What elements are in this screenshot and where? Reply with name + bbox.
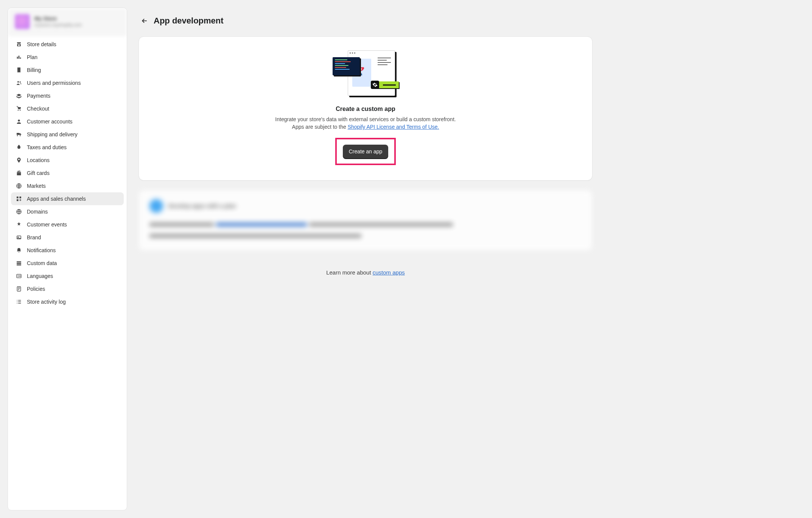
sidebar-item-locations[interactable]: Locations <box>11 154 124 167</box>
sidebar-item-label: Notifications <box>27 247 119 253</box>
sidebar-item-policies[interactable]: Policies <box>11 282 124 295</box>
sidebar-item-label: Custom data <box>27 260 119 266</box>
taxes-icon <box>16 144 22 151</box>
shipping-icon <box>16 131 22 138</box>
svg-rect-10 <box>17 263 21 264</box>
plan-icon <box>16 54 22 61</box>
sidebar-item-label: Locations <box>27 157 119 163</box>
arrow-left-icon <box>141 17 148 25</box>
store-icon <box>16 41 22 48</box>
sidebar-item-shipping[interactable]: Shipping and delivery <box>11 128 124 141</box>
sidebar-item-label: Customer accounts <box>27 119 119 125</box>
sidebar-item-apps[interactable]: Apps and sales channels <box>11 192 124 205</box>
policies-icon <box>16 286 22 292</box>
brand-icon <box>16 234 22 241</box>
sidebar-item-label: Markets <box>27 183 119 189</box>
store-header[interactable]: My Store mystore.myshopify.com <box>8 8 127 36</box>
hero-illustration <box>333 50 399 100</box>
sidebar-item-users[interactable]: Users and permissions <box>11 76 124 89</box>
sidebar-item-label: Customer events <box>27 222 119 228</box>
markets-icon <box>16 183 22 189</box>
gift-icon <box>16 170 22 176</box>
svg-rect-5 <box>17 199 19 201</box>
svg-rect-12 <box>17 274 21 278</box>
sidebar-item-label: Policies <box>27 286 119 292</box>
secondary-card-blurred: Develop apps with a plan <box>138 190 593 251</box>
domains-icon <box>16 208 22 215</box>
notifications-icon <box>16 247 22 254</box>
store-avatar <box>15 14 30 29</box>
svg-rect-3 <box>17 197 19 198</box>
sidebar-item-languages[interactable]: Languages <box>11 270 124 282</box>
payments-icon <box>16 92 22 99</box>
users-icon <box>16 80 22 86</box>
checkout-icon <box>16 105 22 112</box>
create-app-button[interactable]: Create an app <box>343 145 389 158</box>
svg-point-16 <box>361 69 362 70</box>
sidebar-item-label: Apps and sales channels <box>27 196 119 202</box>
sidebar-item-gift[interactable]: Gift cards <box>11 167 124 179</box>
sidebar-item-label: Users and permissions <box>27 80 119 86</box>
sidebar-item-events[interactable]: Customer events <box>11 218 124 231</box>
custom-apps-link[interactable]: custom apps <box>373 269 405 276</box>
sidebar-item-label: Taxes and duties <box>27 144 119 150</box>
sidebar-item-brand[interactable]: Brand <box>11 231 124 244</box>
highlight-box: Create an app <box>335 138 396 165</box>
svg-rect-11 <box>17 264 21 265</box>
activity-icon <box>16 298 22 305</box>
sidebar-item-activity[interactable]: Store activity log <box>11 295 124 308</box>
page-header: App development <box>138 8 593 36</box>
page-title: App development <box>154 16 224 26</box>
sidebar-item-label: Languages <box>27 273 119 279</box>
store-name: My Store <box>34 16 82 22</box>
sidebar-item-label: Domains <box>27 209 119 215</box>
sidebar-item-label: Gift cards <box>27 170 119 176</box>
sidebar-item-label: Checkout <box>27 106 119 112</box>
svg-rect-4 <box>19 197 21 198</box>
settings-sidebar: My Store mystore.myshopify.com Store det… <box>8 8 127 510</box>
main-content: App development <box>138 8 593 510</box>
sidebar-item-taxes[interactable]: Taxes and duties <box>11 141 124 154</box>
apps-icon <box>16 195 22 202</box>
sidebar-item-checkout[interactable]: Checkout <box>11 102 124 115</box>
sidebar-item-store[interactable]: Store details <box>11 38 124 51</box>
svg-rect-9 <box>17 261 21 262</box>
sidebar-nav: Store detailsPlanBillingUsers and permis… <box>8 36 127 313</box>
sidebar-item-notifications[interactable]: Notifications <box>11 244 124 257</box>
sidebar-item-payments[interactable]: Payments <box>11 89 124 102</box>
sidebar-item-customdata[interactable]: Custom data <box>11 257 124 270</box>
sidebar-item-label: Shipping and delivery <box>27 131 119 137</box>
sidebar-item-customer[interactable]: Customer accounts <box>11 115 124 128</box>
customer-icon <box>16 118 22 125</box>
store-url: mystore.myshopify.com <box>34 22 82 28</box>
svg-point-0 <box>17 81 19 83</box>
sidebar-item-label: Plan <box>27 54 119 60</box>
sidebar-item-label: Store details <box>27 41 119 47</box>
learn-more: Learn more about custom apps <box>138 251 593 287</box>
customdata-icon <box>16 260 22 267</box>
sidebar-item-label: Store activity log <box>27 299 119 305</box>
back-button[interactable] <box>140 16 149 25</box>
create-app-card: Create a custom app Integrate your store… <box>138 36 593 181</box>
sidebar-item-label: Brand <box>27 234 119 240</box>
api-license-link[interactable]: Shopify API License and Terms of Use. <box>348 124 439 130</box>
hero-title: Create a custom app <box>336 106 395 112</box>
languages-icon <box>16 273 22 279</box>
sidebar-item-billing[interactable]: Billing <box>11 64 124 76</box>
hero-description: Integrate your store's data with externa… <box>271 115 460 131</box>
sidebar-item-plan[interactable]: Plan <box>11 51 124 64</box>
sidebar-item-label: Payments <box>27 93 119 99</box>
billing-icon <box>16 67 22 73</box>
sidebar-item-label: Billing <box>27 67 119 73</box>
svg-point-1 <box>18 120 20 122</box>
sidebar-item-domains[interactable]: Domains <box>11 205 124 218</box>
events-icon <box>16 221 22 228</box>
locations-icon <box>16 157 22 164</box>
sidebar-item-markets[interactable]: Markets <box>11 179 124 192</box>
